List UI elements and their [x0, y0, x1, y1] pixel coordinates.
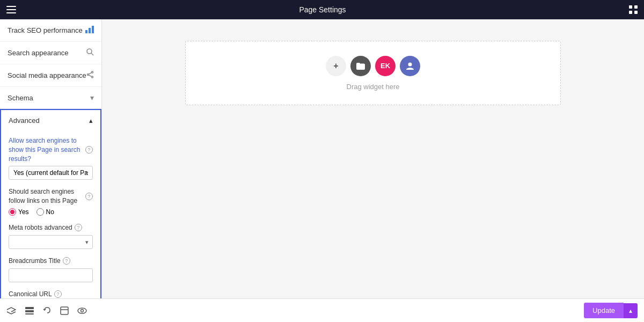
sidebar-item-social-media[interactable]: Social media appearance — [0, 64, 101, 87]
undo-icon[interactable] — [43, 306, 52, 315]
svg-rect-8 — [89, 28, 91, 33]
svg-line-16 — [89, 75, 91, 77]
e-widget-button[interactable]: EK — [375, 56, 396, 76]
svg-rect-1 — [6, 9, 16, 10]
meta-robots-help-icon[interactable]: ? — [75, 224, 82, 231]
svg-point-12 — [92, 71, 93, 73]
canonical-url-help-icon[interactable]: ? — [54, 290, 62, 298]
grid-icon[interactable] — [629, 5, 638, 14]
follow-links-no[interactable]: No — [36, 208, 54, 216]
svg-rect-20 — [25, 313, 34, 314]
schema-chevron-down-icon: ▾ — [90, 93, 94, 102]
follow-links-yes[interactable]: Yes — [9, 208, 29, 216]
svg-rect-6 — [634, 11, 638, 14]
advanced-content: Allow search engines to show this Page i… — [1, 131, 100, 298]
menu-icon[interactable] — [6, 6, 16, 13]
bottom-toolbar-left — [6, 306, 87, 315]
allow-search-engines-group: Allow search engines to show this Page i… — [9, 136, 93, 180]
bottom-toolbar-right: Update ▴ — [584, 303, 638, 318]
svg-point-17 — [408, 62, 412, 66]
svg-rect-3 — [629, 5, 632, 9]
svg-rect-9 — [92, 26, 94, 33]
meta-robots-group: Meta robots advanced ? — [9, 223, 93, 249]
bottom-toolbar: Update ▴ — [0, 298, 644, 322]
layout-icon[interactable] — [60, 306, 69, 315]
follow-links-radio-group: Yes No — [9, 208, 93, 216]
update-button[interactable]: Update — [584, 303, 624, 318]
widget-buttons: + EK — [326, 56, 420, 76]
sidebar-item-schema-label: Schema — [8, 94, 90, 102]
folder-widget-button[interactable] — [350, 56, 371, 76]
svg-rect-4 — [634, 5, 638, 9]
breadcrumbs-help-icon[interactable]: ? — [63, 257, 70, 265]
drop-hint: Drag widget here — [347, 83, 400, 91]
allow-search-select[interactable]: Yes (current default for Pages) — [9, 166, 93, 180]
svg-line-11 — [91, 53, 93, 55]
main-content: + EK Drag widget here — [102, 19, 644, 298]
allow-search-help-icon[interactable]: ? — [85, 146, 93, 153]
sidebar-item-schema[interactable]: Schema ▾ — [0, 87, 101, 109]
yes-label: Yes — [18, 208, 29, 216]
bar-chart-icon — [85, 26, 94, 35]
share-icon — [86, 71, 94, 80]
svg-point-23 — [78, 308, 86, 313]
follow-links-help-icon[interactable]: ? — [85, 193, 93, 200]
update-arrow-button[interactable]: ▴ — [624, 303, 638, 318]
main-layout: Track SEO performance Search appearance — [0, 19, 644, 298]
meta-robots-label: Meta robots advanced ? — [9, 223, 93, 232]
search-icon — [86, 48, 94, 57]
svg-point-24 — [81, 309, 84, 312]
svg-rect-21 — [61, 307, 68, 314]
svg-rect-18 — [25, 307, 34, 309]
follow-links-group: Should search engines follow links on th… — [9, 187, 93, 216]
stack-icon[interactable] — [25, 306, 34, 315]
svg-point-13 — [87, 74, 89, 76]
advanced-collapse-icon: ▴ — [89, 116, 93, 125]
breadcrumbs-label: Breadcrumbs Title ? — [9, 257, 93, 266]
layers-icon[interactable] — [6, 306, 16, 315]
breadcrumbs-input[interactable] — [9, 268, 93, 282]
sidebar-section-advanced: Advanced ▴ Allow search engines to show … — [0, 109, 101, 298]
svg-line-15 — [89, 72, 91, 74]
meta-robots-select-wrapper — [9, 235, 93, 249]
sidebar-item-track-seo[interactable]: Track SEO performance — [0, 19, 101, 42]
canonical-url-label: Canonical URL ? — [9, 290, 93, 298]
drop-zone[interactable]: + EK Drag widget here — [185, 41, 561, 105]
user-widget-button[interactable] — [400, 56, 420, 76]
svg-point-10 — [87, 49, 92, 54]
svg-rect-19 — [25, 310, 34, 312]
meta-robots-select[interactable] — [9, 235, 93, 249]
advanced-label: Advanced — [9, 116, 40, 125]
sidebar-item-social-media-label: Social media appearance — [8, 71, 86, 79]
top-bar: Page Settings — [0, 0, 644, 19]
no-label: No — [46, 208, 54, 216]
sidebar-item-search-appearance-label: Search appearance — [8, 49, 86, 57]
canonical-url-group: Canonical URL ? — [9, 290, 93, 298]
svg-rect-0 — [6, 6, 16, 7]
svg-rect-7 — [85, 30, 87, 33]
allow-search-engines-label: Allow search engines to show this Page i… — [9, 136, 93, 163]
svg-rect-5 — [629, 11, 632, 14]
follow-links-label: Should search engines follow links on th… — [9, 187, 93, 206]
eye-icon[interactable] — [77, 307, 87, 314]
allow-search-select-wrapper: Yes (current default for Pages) — [9, 166, 93, 180]
svg-rect-2 — [6, 12, 16, 13]
breadcrumbs-group: Breadcrumbs Title ? — [9, 257, 93, 282]
advanced-header[interactable]: Advanced ▴ — [1, 110, 100, 131]
svg-point-14 — [92, 76, 93, 78]
sidebar-item-track-seo-label: Track SEO performance — [8, 26, 85, 34]
sidebar-item-search-appearance[interactable]: Search appearance — [0, 42, 101, 64]
add-widget-button[interactable]: + — [326, 56, 346, 76]
sidebar: Track SEO performance Search appearance — [0, 19, 102, 298]
page-title: Page Settings — [299, 5, 346, 14]
